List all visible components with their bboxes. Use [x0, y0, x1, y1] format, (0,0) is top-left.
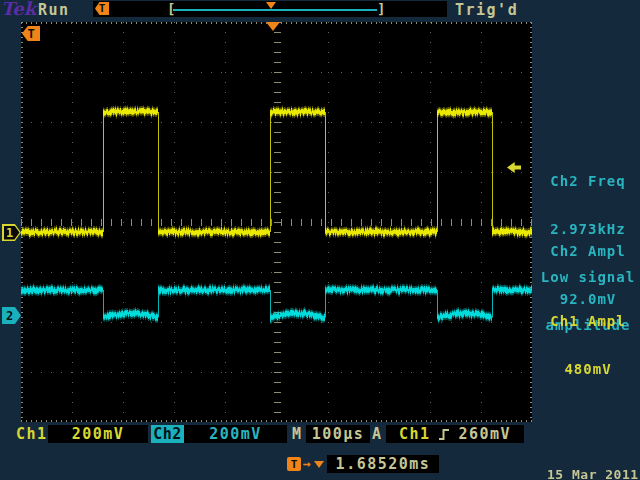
trigger-readout-label: A	[372, 425, 383, 443]
ch1-scale-box: 200mV	[48, 425, 148, 443]
ch2-scale-value: 200mV	[209, 425, 262, 443]
ch2-marker-label: 2	[2, 309, 13, 323]
trigger-position-triangle	[266, 22, 280, 31]
window-bracket-right: ]	[377, 1, 385, 17]
trigger-position-t-icon: T	[95, 2, 109, 15]
ch2-readout-badge: Ch2	[151, 425, 184, 443]
timebase-value: 100µs	[312, 425, 365, 443]
trigger-position-triangle-bar	[266, 2, 276, 9]
measurement-ch1-ampl: Ch1 Ampl 480mV	[533, 281, 640, 409]
delay-readout-box: 1.68520ms	[327, 455, 439, 473]
trigger-readout-box: Ch1 260mV	[386, 425, 524, 443]
t-icon-label: T	[99, 2, 106, 15]
ch1-marker-label: 1	[2, 226, 13, 240]
acquisition-bar: T [ ]	[93, 1, 447, 17]
trigger-point-flag-label: T	[27, 27, 34, 41]
measurement-label: Ch1 Ampl	[533, 313, 640, 329]
datetime: 15 Mar 2011 16:50:20	[547, 437, 639, 480]
measurement-label: Ch2 Ampl	[533, 243, 640, 259]
measurement-label: Ch2 Freq	[533, 173, 640, 189]
delay-readout-value: 1.68520ms	[336, 455, 431, 473]
ch2-scale-box: 200mV	[184, 425, 287, 443]
trigger-level-value: 260mV	[458, 425, 511, 443]
ch2-readout-label: Ch2	[153, 425, 182, 443]
ch1-readout-label: Ch1	[16, 425, 48, 443]
rising-edge-icon	[438, 427, 450, 442]
trigger-status: Trig'd	[455, 1, 518, 19]
ch2-position-marker: 2	[2, 307, 21, 324]
timebase-label: M	[292, 425, 303, 443]
ch1-scale-value: 200mV	[72, 425, 125, 443]
ch1-position-marker: 1	[2, 224, 21, 241]
delay-t-icon-label: T	[291, 458, 298, 471]
oscilloscope-screen: Tek Run T [ ] Trig'd T 1 2 Ch2 Freq 2.97…	[0, 0, 640, 480]
measurement-value: 480mV	[533, 361, 640, 377]
acquisition-status: Run	[38, 1, 70, 19]
graticule-canvas	[21, 22, 532, 422]
window-extent-line	[173, 9, 377, 11]
date-text: 15 Mar 2011	[547, 467, 639, 480]
delay-t-icon: T	[287, 457, 301, 471]
trigger-source: Ch1	[399, 425, 431, 443]
delay-arrow-icon: →	[303, 456, 311, 471]
tek-logo: Tek	[1, 0, 36, 19]
timebase-box: 100µs	[306, 425, 370, 443]
delay-triangle-icon	[314, 461, 324, 468]
